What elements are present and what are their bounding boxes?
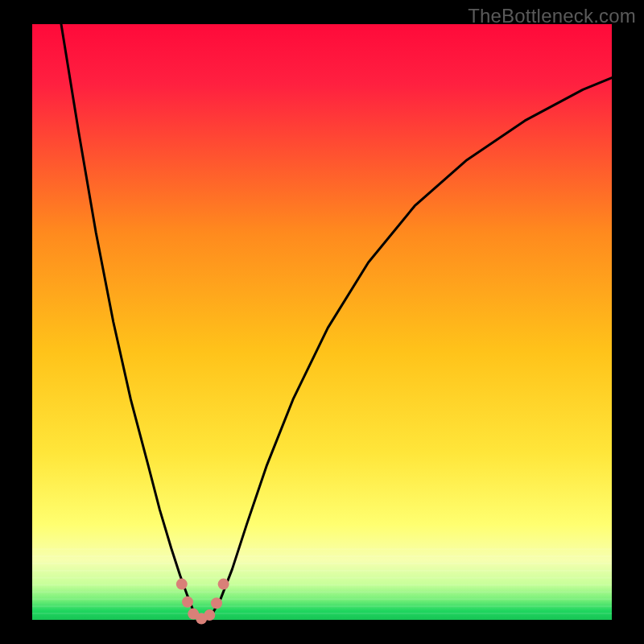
svg-rect-8	[32, 591, 612, 592]
svg-rect-11	[32, 613, 612, 614]
svg-rect-2	[32, 548, 612, 550]
watermark-text: TheBottleneck.com	[468, 5, 636, 27]
curve-marker	[211, 597, 222, 609]
svg-rect-6	[32, 577, 612, 579]
curve-marker	[218, 579, 229, 590]
svg-rect-1	[32, 24, 612, 620]
curve-marker	[204, 609, 215, 621]
svg-rect-10	[32, 605, 612, 607]
chart-stage: TheBottleneck.com	[0, 0, 644, 644]
svg-rect-9	[32, 598, 612, 600]
svg-rect-4	[32, 563, 612, 564]
svg-rect-5	[32, 570, 612, 572]
svg-rect-7	[32, 584, 612, 586]
curve-marker	[182, 597, 193, 608]
bottleneck-chart	[0, 0, 644, 644]
curve-marker	[176, 579, 188, 590]
svg-rect-3	[32, 555, 612, 557]
